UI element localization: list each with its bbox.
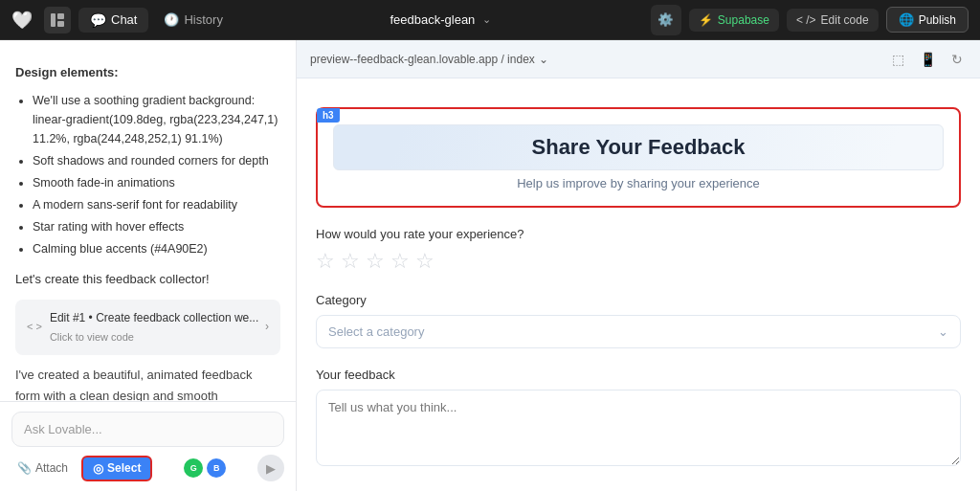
form-title: Share Your Feedback	[333, 124, 944, 170]
create-text: Let's create this feedback collector!	[15, 270, 280, 290]
sidebar-toggle-button[interactable]	[44, 7, 71, 33]
url-display: preview--feedback-glean.lovable.app / in…	[310, 53, 548, 66]
star-3[interactable]: ☆	[366, 249, 385, 274]
svg-rect-0	[51, 13, 56, 27]
url-chevron-icon: ⌄	[539, 53, 548, 66]
chat-icon: 💬	[90, 12, 106, 28]
star-2[interactable]: ☆	[341, 249, 360, 274]
selected-element: h3 Share Your Feedback Help us improve b…	[316, 107, 961, 208]
left-panel: Design elements: We'll use a soothing gr…	[0, 40, 297, 491]
publish-label: Publish	[919, 13, 956, 27]
project-name: feedback-glean	[390, 12, 475, 27]
bottom-input-area: Ask Lovable... 📎 Attach ◎ Select G B ▶	[0, 401, 296, 491]
url-text-value: preview--feedback-glean.lovable.app / in…	[310, 53, 535, 66]
top-bar: 🤍 💬 Chat 🕐 History feedback-glean ⌄ ⚙️ ⚡…	[0, 0, 980, 40]
refresh-button[interactable]: ↻	[947, 50, 967, 69]
list-item: We'll use a soothing gradient background…	[33, 91, 280, 148]
star-5[interactable]: ☆	[415, 249, 434, 274]
feedback-textarea[interactable]	[316, 390, 961, 466]
code-brackets-icon: < />	[796, 13, 816, 27]
code-tag: < >	[27, 319, 42, 336]
attach-icon: 📎	[17, 461, 32, 475]
project-chevron-icon: ⌄	[482, 13, 491, 26]
select-label: Select	[107, 461, 141, 475]
star-4[interactable]: ☆	[390, 249, 410, 274]
main-layout: Design elements: We'll use a soothing gr…	[0, 40, 980, 491]
top-bar-right: ⚙️ ⚡ Supabase < /> Edit code 🌐 Publish	[651, 5, 969, 35]
attach-button[interactable]: 📎 Attach	[11, 458, 74, 479]
external-link-button[interactable]: ⬚	[888, 50, 908, 69]
url-action-buttons: ⬚ 📱 ↻	[888, 50, 967, 69]
top-bar-center: feedback-glean ⌄	[238, 12, 643, 27]
code-subtitle: Click to view code	[50, 329, 258, 346]
list-item: Smooth fade-in animations	[33, 173, 280, 192]
right-panel: preview--feedback-glean.lovable.app / in…	[297, 40, 980, 491]
list-item: Soft shadows and rounded corners for dep…	[33, 151, 280, 170]
rating-label: How would you rate your experience?	[316, 227, 961, 241]
mobile-view-button[interactable]: 📱	[916, 50, 940, 69]
edit-code-button[interactable]: < /> Edit code	[787, 9, 879, 32]
history-tab[interactable]: 🕐 History	[156, 8, 230, 32]
category-section: Category Select a category ⌄	[316, 293, 961, 348]
preview-area: h3 Share Your Feedback Help us improve b…	[297, 78, 980, 491]
publish-button[interactable]: 🌐 Publish	[886, 7, 969, 33]
h3-badge: h3	[317, 108, 340, 123]
list-item: A modern sans-serif font for readability	[33, 195, 280, 214]
heart-icon: 🤍	[11, 10, 33, 31]
input-actions-bar: 📎 Attach ◎ Select G B ▶	[11, 455, 284, 481]
category-label: Category	[316, 293, 961, 307]
supabase-label: Supabase	[718, 13, 769, 27]
url-bar: preview--feedback-glean.lovable.app / in…	[297, 40, 980, 78]
send-button[interactable]: ▶	[257, 455, 284, 481]
select-icon: ◎	[93, 461, 103, 476]
code-arrow-icon: ›	[265, 318, 269, 336]
category-placeholder: Select a category	[328, 324, 424, 339]
list-item: Star rating with hover effects	[33, 217, 280, 236]
preview-inner: h3 Share Your Feedback Help us improve b…	[297, 78, 980, 491]
form-subtitle: Help us improve by sharing your experien…	[333, 176, 944, 190]
chat-tab-label: Chat	[111, 12, 137, 27]
attach-label: Attach	[35, 461, 68, 475]
settings-button[interactable]: ⚙️	[651, 5, 681, 35]
list-item: Calming blue accents (#4A90E2)	[33, 239, 280, 258]
svg-rect-1	[57, 13, 64, 19]
token-g-badge: G	[184, 458, 203, 478]
layout-icon	[50, 12, 65, 28]
supabase-icon: ⚡	[699, 13, 713, 27]
select-button[interactable]: ◎ Select	[81, 456, 152, 481]
svg-rect-2	[57, 21, 64, 27]
history-tab-label: History	[184, 12, 222, 27]
code-title: Edit #1 • Create feedback collection we.…	[50, 309, 258, 327]
token-b-badge: B	[207, 458, 226, 478]
chat-content: Design elements: We'll use a soothing gr…	[0, 40, 296, 401]
supabase-button[interactable]: ⚡ Supabase	[689, 9, 779, 32]
code-block[interactable]: < > Edit #1 • Create feedback collection…	[15, 300, 280, 356]
chat-tab[interactable]: 💬 Chat	[78, 8, 148, 33]
star-1[interactable]: ☆	[316, 249, 335, 274]
category-select[interactable]: Select a category ⌄	[316, 315, 961, 348]
chat-message: I've created a beautiful, animated feedb…	[15, 365, 280, 401]
rating-section: How would you rate your experience? ☆ ☆ …	[316, 227, 961, 274]
feedback-label: Your feedback	[316, 368, 961, 382]
design-elements-list: We'll use a soothing gradient background…	[15, 91, 280, 258]
globe-icon: 🌐	[899, 12, 914, 27]
code-block-left: < > Edit #1 • Create feedback collection…	[27, 309, 258, 346]
edit-code-label: Edit code	[821, 13, 869, 27]
ask-input-display: Ask Lovable...	[11, 412, 284, 447]
star-rating[interactable]: ☆ ☆ ☆ ☆ ☆	[316, 249, 961, 274]
design-elements-title: Design elements:	[15, 63, 280, 83]
token-display: G B	[184, 458, 226, 478]
history-icon: 🕐	[164, 12, 179, 27]
feedback-section: Your feedback	[316, 368, 961, 470]
category-chevron-icon: ⌄	[938, 324, 948, 339]
